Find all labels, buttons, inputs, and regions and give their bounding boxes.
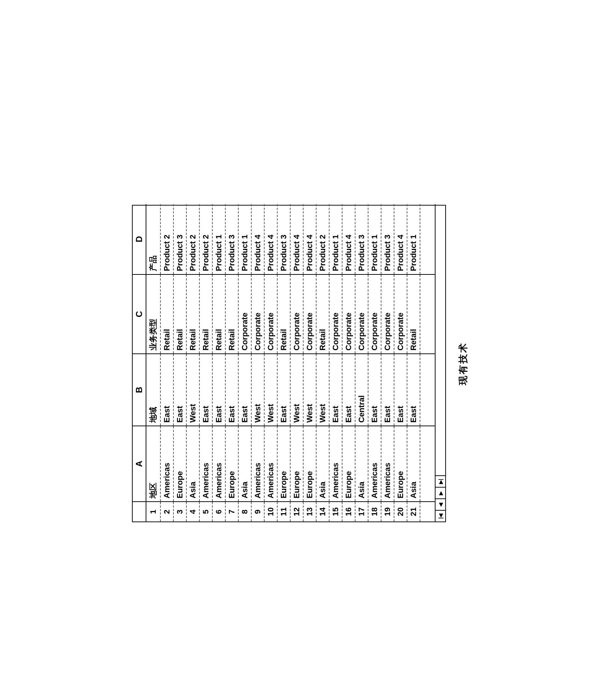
cell-blank[interactable] — [420, 274, 435, 354]
cell-c[interactable]: Retail — [199, 274, 212, 354]
cell-d[interactable]: Product 4 — [264, 204, 277, 274]
cell-b[interactable]: West — [316, 354, 329, 426]
cell-d[interactable]: Product 1 — [212, 204, 225, 274]
cell-blank[interactable] — [420, 354, 435, 426]
nav-last-icon[interactable]: ▶| — [436, 475, 445, 487]
cell-a[interactable]: Europe — [290, 426, 303, 502]
cell-d[interactable]: Product 2 — [186, 204, 199, 274]
cell-a[interactable]: Americas — [251, 426, 264, 502]
cell-a[interactable]: Europe — [277, 426, 290, 502]
cell-d[interactable]: Product 1 — [238, 204, 251, 274]
cell-d[interactable]: Product 4 — [394, 204, 407, 274]
cell-d[interactable]: Product 4 — [290, 204, 303, 274]
header-cell-d[interactable]: 产品 — [146, 204, 160, 274]
cell-d[interactable]: Product 1 — [368, 204, 381, 274]
row-number[interactable]: 21 — [407, 502, 420, 521]
row-number[interactable]: 8 — [238, 502, 251, 521]
cell-c[interactable]: Corporate — [329, 274, 342, 354]
cell-d[interactable]: Product 2 — [316, 204, 329, 274]
cell-c[interactable]: Corporate — [355, 274, 368, 354]
cell-blank[interactable] — [420, 204, 435, 274]
column-header-b[interactable]: B — [133, 354, 146, 426]
cell-a[interactable]: Americas — [212, 426, 225, 502]
cell-c[interactable]: Retail — [173, 274, 186, 354]
row-number[interactable]: 5 — [199, 502, 212, 521]
row-number[interactable]: 14 — [316, 502, 329, 521]
row-number[interactable]: 13 — [303, 502, 316, 521]
cell-b[interactable]: East — [238, 354, 251, 426]
cell-a[interactable]: Asia — [238, 426, 251, 502]
cell-c[interactable]: Corporate — [342, 274, 355, 354]
header-cell-c[interactable]: 业务类型 — [146, 274, 160, 354]
nav-prev-icon[interactable]: ◀ — [436, 498, 445, 510]
row-number[interactable]: 2 — [160, 502, 173, 521]
cell-a[interactable]: Europe — [303, 426, 316, 502]
cell-c[interactable]: Corporate — [368, 274, 381, 354]
cell-blank[interactable] — [420, 426, 435, 502]
cell-a[interactable]: Americas — [264, 426, 277, 502]
cell-b[interactable]: West — [303, 354, 316, 426]
row-number[interactable]: 1 — [146, 502, 160, 521]
cell-c[interactable]: Retail — [212, 274, 225, 354]
row-number-blank[interactable] — [420, 502, 435, 521]
cell-c[interactable]: Retail — [407, 274, 420, 354]
cell-d[interactable]: Product 4 — [251, 204, 264, 274]
row-number[interactable]: 18 — [368, 502, 381, 521]
cell-c[interactable]: Retail — [316, 274, 329, 354]
cell-c[interactable]: Retail — [186, 274, 199, 354]
cell-b[interactable]: West — [186, 354, 199, 426]
row-number[interactable]: 12 — [290, 502, 303, 521]
cell-b[interactable]: West — [251, 354, 264, 426]
row-number[interactable]: 17 — [355, 502, 368, 521]
cell-a[interactable]: Asia — [407, 426, 420, 502]
nav-first-icon[interactable]: |◀ — [436, 510, 445, 521]
cell-d[interactable]: Product 1 — [407, 204, 420, 274]
cell-b[interactable]: East — [394, 354, 407, 426]
cell-a[interactable]: Americas — [199, 426, 212, 502]
cell-b[interactable]: Central — [355, 354, 368, 426]
cell-a[interactable]: Americas — [381, 426, 394, 502]
column-header-c[interactable]: C — [133, 274, 146, 354]
cell-c[interactable]: Retail — [160, 274, 173, 354]
header-cell-a[interactable]: 地区 — [146, 426, 160, 502]
cell-c[interactable]: Corporate — [264, 274, 277, 354]
cell-d[interactable]: Product 3 — [225, 204, 238, 274]
cell-c[interactable]: Retail — [225, 274, 238, 354]
cell-d[interactable]: Product 2 — [160, 204, 173, 274]
row-number[interactable]: 3 — [173, 502, 186, 521]
column-header-a[interactable]: A — [133, 426, 146, 502]
cell-b[interactable]: West — [290, 354, 303, 426]
cell-b[interactable]: East — [225, 354, 238, 426]
cell-a[interactable]: Americas — [329, 426, 342, 502]
cell-a[interactable]: Europe — [394, 426, 407, 502]
row-number[interactable]: 19 — [381, 502, 394, 521]
row-number[interactable]: 16 — [342, 502, 355, 521]
cell-d[interactable]: Product 4 — [303, 204, 316, 274]
cell-d[interactable]: Product 2 — [199, 204, 212, 274]
row-number[interactable]: 9 — [251, 502, 264, 521]
cell-a[interactable]: Europe — [225, 426, 238, 502]
header-cell-b[interactable]: 地域 — [146, 354, 160, 426]
cell-b[interactable]: East — [277, 354, 290, 426]
cell-d[interactable]: Product 1 — [329, 204, 342, 274]
cell-d[interactable]: Product 3 — [277, 204, 290, 274]
cell-c[interactable]: Corporate — [394, 274, 407, 354]
nav-next-icon[interactable]: ▶ — [436, 487, 445, 498]
cell-c[interactable]: Corporate — [238, 274, 251, 354]
cell-c[interactable]: Corporate — [251, 274, 264, 354]
cell-d[interactable]: Product 3 — [173, 204, 186, 274]
cell-b[interactable]: East — [199, 354, 212, 426]
row-number[interactable]: 4 — [186, 502, 199, 521]
cell-b[interactable]: West — [264, 354, 277, 426]
cell-b[interactable]: East — [173, 354, 186, 426]
column-header-blank[interactable] — [133, 502, 146, 521]
row-number[interactable]: 6 — [212, 502, 225, 521]
cell-a[interactable]: Asia — [186, 426, 199, 502]
cell-a[interactable]: Asia — [316, 426, 329, 502]
cell-a[interactable]: Americas — [368, 426, 381, 502]
cell-a[interactable]: Europe — [173, 426, 186, 502]
row-number[interactable]: 11 — [277, 502, 290, 521]
row-number[interactable]: 7 — [225, 502, 238, 521]
cell-a[interactable]: Asia — [355, 426, 368, 502]
column-header-d[interactable]: D — [133, 204, 146, 274]
